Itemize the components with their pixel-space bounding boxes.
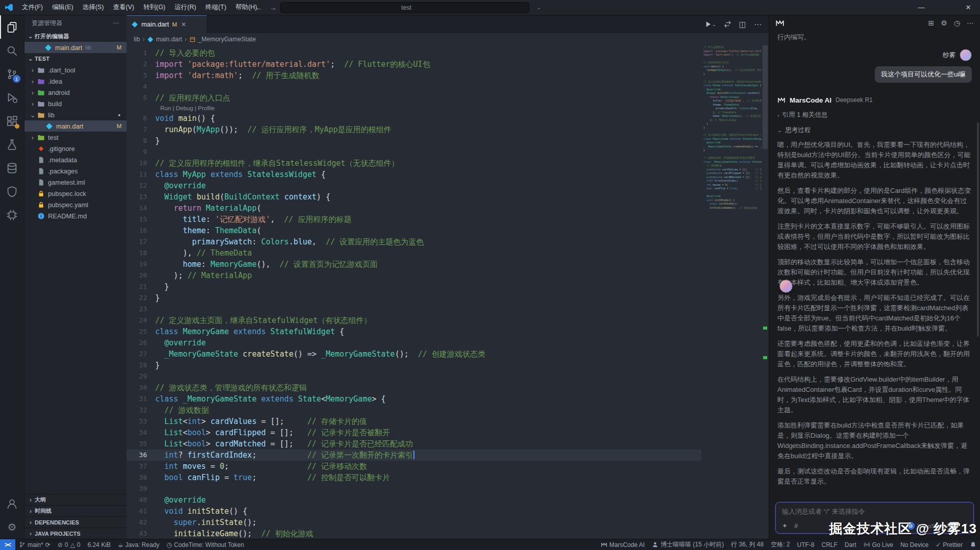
- code-line-24[interactable]: 24 // 定义游戏主页面，继承自StatefulWidget（有状态组件）: [127, 315, 701, 326]
- avatar[interactable]: [960, 49, 972, 61]
- status-git-blame[interactable]: 博士嘻嘻嘻 (15 小时前): [648, 539, 727, 550]
- code-line-40[interactable]: 40 @override: [127, 494, 701, 506]
- code-line-35[interactable]: 35 List<bool> cardMatched = []; // 记录卡片是…: [127, 438, 701, 449]
- code-line-22[interactable]: 22 }: [127, 292, 701, 304]
- code-line-27[interactable]: 27 _MemoryGameState createState() => _Me…: [127, 348, 701, 360]
- tree-item-lib[interactable]: ⌄ lib ●: [24, 109, 127, 120]
- activity-search[interactable]: [0, 39, 24, 62]
- skills-icon[interactable]: ✦: [782, 522, 788, 530]
- more-actions-icon[interactable]: ⋯: [754, 20, 762, 29]
- tree-item-build[interactable]: › build: [24, 98, 127, 109]
- code-line-26[interactable]: 26 @override: [127, 337, 701, 348]
- menu-edit[interactable]: 编辑(E): [47, 0, 78, 15]
- code-line-25[interactable]: 25 class MemoryGame extends StatefulWidg…: [127, 326, 701, 337]
- code-line-28[interactable]: 28 }: [127, 360, 701, 371]
- layout-sidebar-toggle[interactable]: [848, 0, 864, 15]
- code-line-20[interactable]: 20 ); // MaterialApp: [127, 270, 701, 281]
- code-line-30[interactable]: 30 // 游戏状态类，管理游戏的所有状态和逻辑: [127, 382, 701, 393]
- activity-settings[interactable]: ⚙: [0, 515, 24, 539]
- status-codetime[interactable]: ◷CodeTime: Without Token: [163, 539, 248, 550]
- status-encoding[interactable]: UTF-8: [794, 539, 818, 550]
- status-notifications[interactable]: [966, 539, 980, 550]
- layout-secondary-toggle[interactable]: [879, 0, 894, 15]
- status-cursor-position[interactable]: 行 36, 列 48: [727, 539, 767, 550]
- code-line-36[interactable]: 36 int? firstCardIndex; // 记录第一次翻开的卡片索引: [127, 449, 701, 461]
- activity-explorer[interactable]: [0, 15, 24, 39]
- command-center-search[interactable]: test: [280, 2, 529, 13]
- status-branch[interactable]: main*⟳: [15, 539, 54, 550]
- status-go-live[interactable]: Go Live: [860, 539, 897, 550]
- status-java-status[interactable]: ☕Java: Ready: [114, 539, 163, 550]
- tree-item-.packages[interactable]: .packages: [24, 165, 127, 177]
- code-line-6[interactable]: 6 void main() {: [127, 113, 701, 124]
- project-header[interactable]: ⌄ TEST: [24, 53, 127, 64]
- codelens-run-debug-profile[interactable]: Run | Debug | Profile: [127, 104, 701, 113]
- gear-icon[interactable]: ⚙: [941, 19, 947, 27]
- code-line-29[interactable]: 29: [127, 371, 701, 382]
- activity-security[interactable]: [0, 180, 24, 203]
- tree-item-main.dart[interactable]: main.dart M: [24, 120, 127, 132]
- tree-item-test[interactable]: › test: [24, 132, 127, 143]
- chat-scrollbar[interactable]: [977, 122, 979, 337]
- code-line-16[interactable]: 16 theme: ThemeData(: [127, 225, 701, 236]
- code-line-23[interactable]: 23: [127, 304, 701, 315]
- menu-terminal[interactable]: 终端(T): [201, 0, 231, 15]
- menu-selection[interactable]: 选择(S): [78, 0, 109, 15]
- layout-panel-toggle[interactable]: [864, 0, 879, 15]
- screencast-button[interactable]: ⌄: [536, 5, 541, 10]
- thinking-toggle[interactable]: ⌄ 思考过程: [777, 126, 972, 135]
- activity-source-control[interactable]: 1: [0, 62, 24, 86]
- code-line-14[interactable]: 14 return MaterialApp(: [127, 203, 701, 214]
- run-debug-button[interactable]: ⌄: [704, 20, 716, 28]
- forward-icon[interactable]: →: [270, 4, 277, 12]
- tree-item-.metadata[interactable]: .metadata: [24, 154, 127, 165]
- status-device[interactable]: No Device: [897, 539, 932, 550]
- activity-devices[interactable]: [0, 203, 24, 227]
- code-line-34[interactable]: 34 List<bool> cardFlipped = []; // 记录卡片是…: [127, 427, 701, 438]
- code-line-3[interactable]: 3 import 'dart:math'; // 用于生成随机数: [127, 70, 701, 81]
- sidebar-section-JAVA PROJECTS[interactable]: ›JAVA PROJECTS: [24, 528, 127, 539]
- more-actions-icon[interactable]: ⋯: [967, 19, 974, 27]
- open-editors-header[interactable]: ⌄ 打开的编辑器: [24, 31, 127, 42]
- restore-button[interactable]: [933, 0, 957, 15]
- activity-testing[interactable]: [0, 133, 24, 156]
- code-line-21[interactable]: 21 }: [127, 281, 701, 292]
- floating-avatar[interactable]: [779, 280, 793, 293]
- tree-item-gametest.iml[interactable]: gametest.iml: [24, 177, 127, 188]
- code-line-31[interactable]: 31 class _MemoryGameState extends State<…: [127, 393, 701, 405]
- code-line-18[interactable]: 18 ), // ThemeData: [127, 247, 701, 259]
- code-editor[interactable]: 1 // 导入必要的包 2 import 'package:flutter/ma…: [127, 45, 769, 539]
- status-remote[interactable]: ><: [0, 539, 15, 550]
- status-eol[interactable]: CRLF: [818, 539, 841, 550]
- code-line-1[interactable]: 1 // 导入必要的包: [127, 47, 701, 59]
- code-line-43[interactable]: 43 initializeGame(); // 初始化游戏: [127, 528, 701, 539]
- open-editor-main.dart[interactable]: main.dart lib M: [24, 42, 127, 53]
- breadcrumb-item[interactable]: _MemoryGameState: [189, 36, 256, 43]
- tab-main-dart[interactable]: main.dart M ✕: [127, 15, 207, 33]
- code-line-19[interactable]: 19 home: MemoryGame(), // 设置首页为记忆游戏页面: [127, 259, 701, 270]
- breadcrumb-item[interactable]: main.dart: [147, 36, 182, 43]
- sidebar-section-时间线[interactable]: ›时间线: [24, 505, 127, 516]
- sidebar-section-DEPENDENCIES[interactable]: ›DEPENDENCIES: [24, 516, 127, 528]
- code-line-5[interactable]: 5 // 应用程序的入口点: [127, 92, 701, 104]
- tree-item-.gitignore[interactable]: .gitignore: [24, 143, 127, 154]
- status-problems[interactable]: ⊘0△0: [54, 539, 84, 550]
- sidebar-section-大纲[interactable]: ›大纲: [24, 494, 127, 505]
- tree-item-README.md[interactable]: README.md: [24, 210, 127, 221]
- back-icon[interactable]: ←: [255, 4, 262, 12]
- activity-account[interactable]: [0, 492, 24, 515]
- menu-goto[interactable]: 转到(G): [139, 0, 170, 15]
- code-line-32[interactable]: 32 // 游戏数据: [127, 405, 701, 416]
- code-line-8[interactable]: 8 }: [127, 135, 701, 146]
- status-indentation[interactable]: 空格: 2: [767, 539, 793, 550]
- minimap[interactable]: // 导入必要的包 import 'package:flutter/materi…: [703, 45, 762, 539]
- tree-item-pubspec.yaml[interactable]: pubspec.yaml: [24, 199, 127, 210]
- status-prettier[interactable]: ✓Prettier: [932, 539, 966, 550]
- code-line-39[interactable]: 39: [127, 483, 701, 494]
- editor-scrollbar[interactable]: [762, 45, 769, 539]
- breadcrumb-item[interactable]: lib: [134, 36, 140, 43]
- code-line-15[interactable]: 15 title: '记忆配对游戏', // 应用程序的标题: [127, 214, 701, 225]
- split-editor-icon[interactable]: ◫: [739, 20, 746, 29]
- tree-item-pubspec.lock[interactable]: pubspec.lock: [24, 188, 127, 199]
- code-line-9[interactable]: 9: [127, 146, 701, 158]
